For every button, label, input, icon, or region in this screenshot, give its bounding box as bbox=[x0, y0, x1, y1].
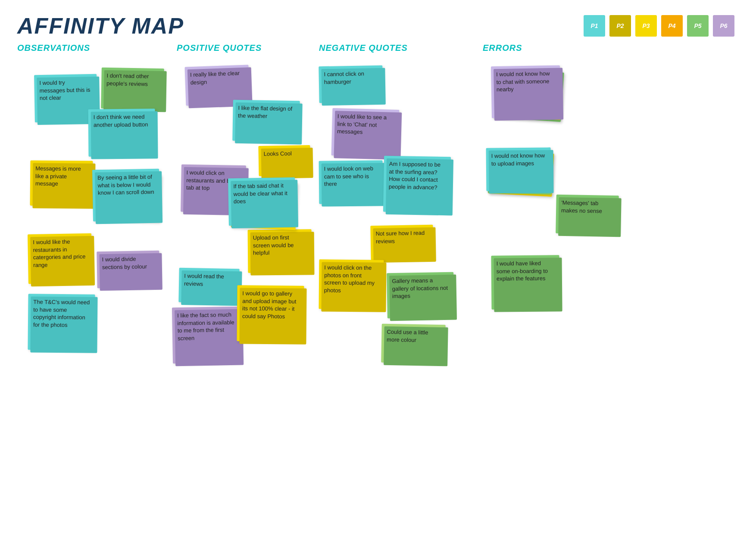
sticky-err2: I would not know how to upload images bbox=[486, 147, 551, 191]
sticky-pos6: Upload on first screen would be helpful bbox=[248, 229, 312, 273]
sticky-neg2: I would like to see a link to 'Chat' not… bbox=[331, 108, 400, 157]
sticky-pos3: Looks Cool bbox=[258, 145, 310, 176]
page-container: { "title": "AFFINITY MAP", "section_head… bbox=[0, 0, 756, 534]
sticky-pos2: I like the flat design of the weather bbox=[232, 100, 300, 142]
badge-p4: P4 bbox=[661, 15, 683, 37]
badge-p1: P1 bbox=[584, 15, 605, 37]
header-negative: NEGATIVE QUOTES bbox=[319, 43, 483, 53]
sticky-neg1: I cannot click on hamburger bbox=[319, 65, 383, 103]
sticky-neg3: I would look on web cam to see who is th… bbox=[319, 160, 383, 204]
header-errors: ERRORS bbox=[483, 43, 612, 53]
map-area: I would try messages but this is not cle… bbox=[17, 62, 739, 492]
sticky-pos8: I like the fact so much information is a… bbox=[172, 307, 241, 364]
sticky-obs2: I don't read other people's reviews bbox=[101, 68, 164, 110]
sticky-err4: I would have liked some on-boarding to e… bbox=[491, 255, 559, 309]
sticky-obs8: I would divide sections by colour bbox=[97, 251, 159, 289]
section-headers: OBSERVATIONS POSITIVE QUOTES NEGATIVE QU… bbox=[17, 43, 739, 53]
sticky-neg4: Am I supposed to be at the surfing area?… bbox=[383, 156, 451, 213]
sticky-obs6: I would like the restaurants in catergor… bbox=[28, 233, 92, 284]
sticky-pos5: If the tab said chat it would be clear w… bbox=[228, 177, 296, 226]
sticky-obs3: I don't think we need another upload but… bbox=[88, 109, 156, 156]
badge-p2: P2 bbox=[609, 15, 631, 37]
sticky-pos7: I would read the reviews bbox=[178, 268, 239, 303]
sticky-neg7: Gallery means a gallery of locations not… bbox=[387, 272, 454, 319]
participant-badges: P1 P2 P3 P4 P5 P6 bbox=[584, 15, 734, 37]
sticky-neg8: Could use a little more colour bbox=[381, 324, 446, 364]
sticky-neg5: Not sure how I read reviews bbox=[370, 225, 433, 261]
sticky-obs5: By seeing a little bit of what is below … bbox=[92, 169, 160, 222]
header-observations: OBSERVATIONS bbox=[17, 43, 177, 53]
badge-p6: P6 bbox=[713, 15, 734, 37]
sticky-err1: I would not know how to chat with someon… bbox=[491, 65, 561, 118]
sticky-neg6: I would click on the photos on front scr… bbox=[319, 259, 384, 309]
sticky-obs4: Messages is more like a private message bbox=[30, 160, 93, 206]
sticky-pos9: I would go to gallery and upload image b… bbox=[237, 285, 304, 342]
sticky-err3: 'Messages' tab makes no sense bbox=[556, 195, 619, 235]
header-positive: POSITIVE QUOTES bbox=[177, 43, 319, 53]
badge-p3: P3 bbox=[635, 15, 657, 37]
sticky-obs7: The T&C's would need to have some copyri… bbox=[28, 294, 95, 350]
badge-p5: P5 bbox=[687, 15, 709, 37]
